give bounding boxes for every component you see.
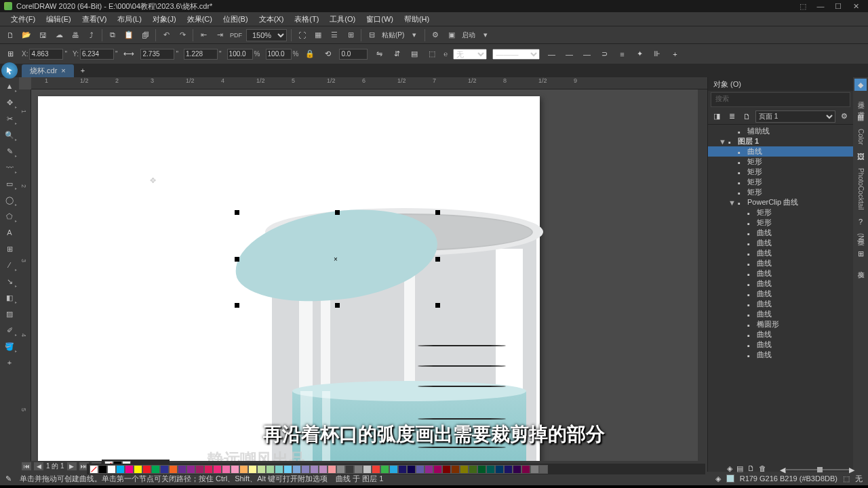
selection-handle[interactable]	[235, 303, 239, 308]
shape-tool[interactable]: ✥▸	[1, 95, 18, 110]
color-swatch[interactable]	[407, 465, 416, 474]
dock-tab-photo[interactable]: PhotoCocktail	[857, 168, 865, 210]
line-start-icon[interactable]: —	[545, 48, 557, 60]
lock-ratio-icon[interactable]: 🔒	[304, 48, 316, 60]
menu-item[interactable]: 布局(L)	[112, 13, 146, 26]
color-swatch[interactable]	[125, 465, 134, 474]
tree-node[interactable]: ▪曲线	[708, 268, 853, 279]
import-icon[interactable]: ⇤	[197, 29, 210, 41]
tree-node[interactable]: ▪曲线	[708, 350, 853, 360]
tree-node[interactable]: ▪矩形	[708, 167, 853, 177]
tree-node[interactable]: ▼▪PowerClip 曲线	[708, 197, 853, 207]
rotation-input[interactable]	[339, 49, 368, 60]
tree-node[interactable]: ▪辅助线	[708, 126, 853, 136]
color-swatch[interactable]	[345, 465, 354, 474]
color-swatch[interactable]	[380, 465, 389, 474]
outline-width-select[interactable]: ———	[492, 49, 540, 60]
window-extra-icon[interactable]: ⬚	[795, 1, 811, 11]
tree-node[interactable]: ▪矩形	[708, 218, 853, 228]
menu-item[interactable]: 效果(C)	[182, 13, 218, 26]
horizontal-ruler[interactable]: 11/2231/241/251/261/271/281/29	[31, 77, 707, 89]
grid-icon[interactable]: ▦	[312, 29, 324, 41]
selection-handle[interactable]	[235, 257, 239, 262]
color-swatch[interactable]	[195, 465, 204, 474]
color-swatch[interactable]	[433, 465, 442, 474]
rectangle-tool[interactable]: ▭▸	[1, 176, 18, 191]
color-swatch[interactable]	[398, 465, 407, 474]
color-swatch[interactable]	[239, 465, 248, 474]
snap-icon[interactable]: ⊞	[344, 29, 357, 41]
bounding-icon[interactable]: ✦	[633, 48, 646, 60]
tree-node[interactable]: ▪曲线	[708, 248, 853, 258]
color-swatch[interactable]	[275, 465, 283, 474]
color-swatch[interactable]	[231, 465, 239, 474]
outline-tool[interactable]: +	[1, 355, 18, 370]
tree-node[interactable]: ▪曲线	[708, 309, 853, 319]
pick-tool[interactable]: ▲▸	[1, 79, 18, 94]
objects-tree[interactable]: ▪辅助线▼▪图层 1▪曲线▪矩形▪矩形▪矩形▪矩形▼▪PowerClip 曲线▪…	[708, 125, 853, 472]
add-icon[interactable]: +	[669, 48, 681, 60]
crop-tool[interactable]: ✂▸	[1, 111, 18, 126]
color-swatch[interactable]	[539, 465, 548, 474]
tab-close-icon[interactable]: ×	[61, 66, 65, 75]
paste-label[interactable]: 粘贴(P)	[382, 30, 404, 40]
no-fill-swatch[interactable]	[90, 465, 98, 474]
launch-label[interactable]: 启动	[462, 30, 475, 40]
properties-icon[interactable]: ⊪	[651, 48, 663, 60]
color-swatch[interactable]	[513, 465, 521, 474]
dock-tab-color[interactable]: Color	[857, 129, 865, 145]
color-swatch[interactable]	[521, 465, 530, 474]
color-swatch[interactable]	[248, 465, 257, 474]
tree-node[interactable]: ▪矩形	[708, 157, 853, 167]
close-curve-icon[interactable]: ⊃	[598, 48, 610, 60]
color-swatch[interactable]	[178, 465, 186, 474]
paste-icon[interactable]: 📋	[123, 29, 135, 41]
menu-item[interactable]: 位图(B)	[218, 13, 254, 26]
color-swatch[interactable]	[292, 465, 301, 474]
wrap-text-icon[interactable]: ≡	[616, 48, 628, 60]
dock-color-icon[interactable]: ▦	[854, 111, 867, 123]
color-swatch[interactable]	[469, 465, 477, 474]
panel-page-icon[interactable]: 🗋	[741, 110, 753, 123]
color-swatch[interactable]	[186, 465, 195, 474]
color-swatch[interactable]	[301, 465, 310, 474]
menu-item[interactable]: 帮助(H)	[399, 13, 435, 26]
zoom-select[interactable]: 150%	[246, 29, 287, 41]
line-end-icon[interactable]: —	[580, 48, 593, 60]
color-swatch[interactable]	[486, 465, 495, 474]
color-swatch[interactable]	[416, 465, 425, 474]
fill-tool[interactable]: 🪣▸	[1, 339, 18, 354]
color-swatch[interactable]	[142, 465, 151, 474]
redo-icon[interactable]: ↷	[176, 29, 189, 41]
wrap-icon[interactable]: ⬚	[426, 48, 438, 60]
selection-handle[interactable]	[435, 303, 440, 308]
palette-delete-icon[interactable]: 🗑	[759, 464, 766, 473]
search-input[interactable]: 搜索	[711, 92, 850, 107]
tree-node[interactable]: ▪曲线	[708, 146, 853, 157]
menu-item[interactable]: 文件(F)	[5, 13, 41, 26]
color-swatch[interactable]	[266, 465, 275, 474]
tree-node[interactable]: ▪曲线	[708, 238, 853, 248]
dock-extra-icon[interactable]: ⊞	[854, 248, 867, 260]
selection-handle[interactable]	[235, 210, 239, 215]
tree-node[interactable]: ▪矩形	[708, 177, 853, 187]
next-page-button[interactable]: ▶	[67, 462, 77, 470]
height-input[interactable]	[184, 49, 218, 60]
color-swatch[interactable]	[204, 465, 213, 474]
clipboard-icon[interactable]: 🗐	[139, 29, 151, 41]
unit-select[interactable]: 无	[453, 49, 487, 60]
artistic-tool[interactable]: 〰▸	[1, 160, 18, 175]
color-swatch[interactable]	[98, 465, 107, 474]
text-tool[interactable]: A	[1, 225, 18, 240]
color-swatch[interactable]	[222, 465, 231, 474]
vertical-scrollbar[interactable]	[698, 89, 707, 461]
tree-node[interactable]: ▪曲线	[708, 289, 853, 299]
zoom-tool[interactable]: 🔍▸	[1, 127, 18, 142]
menu-item[interactable]: 表格(T)	[289, 13, 324, 26]
tree-node[interactable]: ▪矩形	[708, 187, 853, 197]
open-icon[interactable]: 📂	[20, 29, 33, 41]
tree-node[interactable]: ▪矩形	[708, 207, 853, 218]
menu-item[interactable]: 查看(V)	[77, 13, 113, 26]
color-swatch[interactable]	[328, 465, 336, 474]
table-tool[interactable]: ⊞	[1, 241, 18, 256]
